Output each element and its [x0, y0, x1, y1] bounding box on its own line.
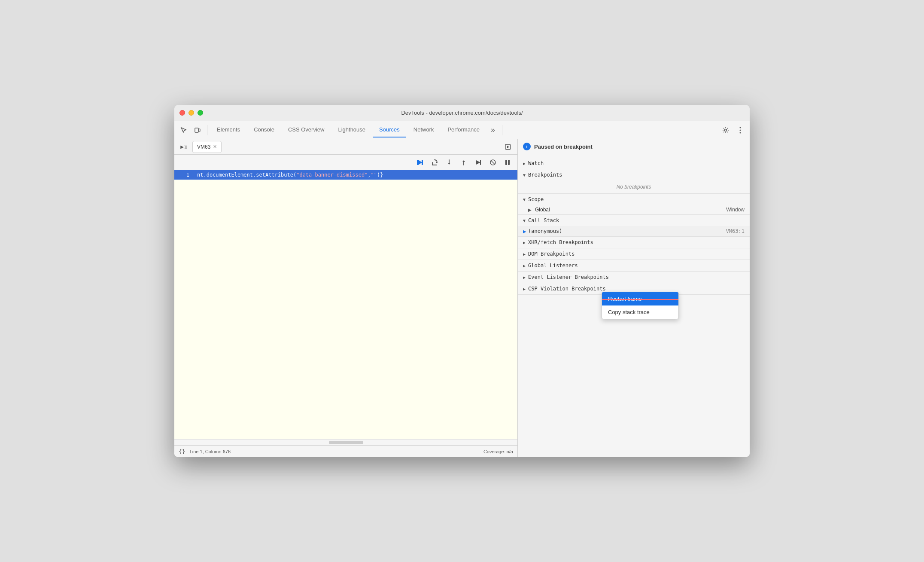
step-over-button[interactable] — [429, 157, 440, 168]
more-tabs-button[interactable]: » — [487, 123, 498, 137]
svg-rect-23 — [508, 160, 510, 165]
code-editor[interactable]: 1 nt.documentElement.setAttribute("data-… — [174, 170, 517, 439]
xhr-breakpoints-section: ▶ XHR/fetch Breakpoints — [518, 237, 750, 248]
breakpoints-triangle-icon: ▼ — [523, 173, 526, 177]
close-button[interactable] — [179, 110, 185, 116]
call-stack-label: Call Stack — [528, 217, 559, 223]
breakpoints-section: ▼ Breakpoints No breakpoints — [518, 169, 750, 194]
call-stack-triangle-icon: ▼ — [523, 218, 526, 223]
traffic-lights — [179, 110, 203, 116]
inspect-element-button[interactable] — [178, 124, 190, 136]
watch-header[interactable]: ▶ Watch — [518, 158, 750, 169]
play-snippets-button[interactable] — [502, 141, 514, 153]
scope-triangle-icon: ▼ — [523, 197, 526, 202]
context-menu: Restart frame Copy stack trace — [602, 292, 679, 319]
svg-rect-10 — [422, 160, 423, 165]
step-into-button[interactable] — [444, 157, 455, 168]
scope-header[interactable]: ▼ Scope — [518, 194, 750, 205]
xhr-breakpoints-header[interactable]: ▶ XHR/fetch Breakpoints — [518, 237, 750, 248]
title-bar: DevTools - developer.chrome.com/docs/dev… — [174, 105, 750, 121]
global-listeners-section: ▶ Global Listeners — [518, 260, 750, 272]
svg-rect-22 — [505, 160, 507, 165]
svg-point-4 — [740, 129, 741, 131]
vm63-tab[interactable]: VM63 ✕ — [192, 141, 222, 153]
horizontal-scrollbar[interactable] — [174, 439, 517, 445]
line-number-1: 1 — [174, 170, 194, 180]
svg-marker-8 — [418, 160, 422, 165]
watch-label: Watch — [528, 160, 544, 166]
dom-breakpoints-header[interactable]: ▶ DOM Breakpoints — [518, 248, 750, 260]
csp-breakpoints-label: CSP Violation Breakpoints — [528, 286, 606, 292]
tab-sources[interactable]: Sources — [373, 123, 406, 137]
resume-button[interactable] — [414, 157, 426, 168]
svg-marker-18 — [476, 160, 480, 165]
toolbar-right — [720, 124, 746, 136]
anonymous-frame[interactable]: ▶ (anonymous) VM63:1 — [518, 226, 750, 236]
tab-css-overview[interactable]: CSS Overview — [282, 123, 331, 137]
svg-point-5 — [740, 132, 741, 133]
tab-lighthouse[interactable]: Lighthouse — [332, 123, 371, 137]
main-area: ▶◫ VM63 ✕ — [174, 139, 750, 457]
event-breakpoints-header[interactable]: ▶ Event Listener Breakpoints — [518, 272, 750, 283]
code-line-1: 1 nt.documentElement.setAttribute("data-… — [174, 170, 517, 180]
paused-message: Paused on breakpoint — [534, 144, 593, 150]
svg-rect-0 — [195, 128, 198, 132]
device-toolbar-button[interactable] — [191, 124, 204, 136]
toolbar-separator-2 — [502, 125, 502, 135]
vm63-label: VM63 — [197, 144, 210, 150]
svg-line-21 — [491, 160, 495, 165]
devtools: Elements Console CSS Overview Lighthouse… — [174, 121, 750, 457]
svg-rect-9 — [417, 160, 418, 165]
breakpoints-header[interactable]: ▼ Breakpoints — [518, 169, 750, 180]
status-bar: {} Line 1, Column 676 Coverage: n/a — [174, 445, 517, 457]
xhr-triangle-icon: ▶ — [523, 240, 526, 245]
global-label: Global — [535, 207, 550, 213]
global-listeners-header[interactable]: ▶ Global Listeners — [518, 260, 750, 271]
coverage-status: Coverage: n/a — [483, 449, 513, 454]
global-listeners-label: Global Listeners — [528, 263, 578, 269]
info-icon: i — [523, 143, 531, 150]
tab-performance[interactable]: Performance — [441, 123, 485, 137]
svg-marker-17 — [462, 160, 465, 162]
xhr-breakpoints-label: XHR/fetch Breakpoints — [528, 239, 593, 245]
maximize-button[interactable] — [198, 110, 203, 116]
tab-console[interactable]: Console — [248, 123, 280, 137]
minimize-button[interactable] — [188, 110, 194, 116]
svg-point-2 — [725, 129, 727, 131]
deactivate-breakpoints-button[interactable] — [487, 157, 498, 168]
toolbar-separator-1 — [207, 125, 207, 135]
global-scope-item[interactable]: ▶ Global Window — [518, 205, 750, 214]
call-stack-header[interactable]: ▼ Call Stack — [518, 215, 750, 226]
tab-network[interactable]: Network — [407, 123, 440, 137]
navigator-toggle-button[interactable]: ▶◫ — [178, 141, 190, 153]
scope-label: Scope — [528, 196, 544, 202]
svg-rect-1 — [199, 129, 200, 131]
sources-panel: ▶◫ VM63 ✕ — [174, 139, 518, 457]
restart-frame-label: Restart frame — [608, 296, 642, 302]
window-title: DevTools - developer.chrome.com/docs/dev… — [401, 110, 523, 116]
line-col-status: Line 1, Column 676 — [190, 449, 231, 454]
svg-marker-15 — [448, 163, 450, 165]
settings-button[interactable] — [720, 124, 732, 136]
restart-frame-menu-item[interactable]: Restart frame — [602, 292, 678, 305]
global-value: Window — [726, 207, 745, 213]
no-breakpoints-text: No breakpoints — [518, 180, 750, 193]
tab-elements[interactable]: Elements — [211, 123, 246, 137]
debug-toolbar — [174, 155, 517, 170]
svg-point-3 — [740, 127, 741, 128]
svg-marker-7 — [507, 146, 509, 148]
active-frame-arrow-icon: ▶ — [523, 229, 526, 234]
pause-on-exceptions-button[interactable] — [502, 157, 513, 168]
vm63-close-button[interactable]: ✕ — [213, 144, 217, 150]
step-button[interactable] — [473, 157, 484, 168]
step-out-button[interactable] — [458, 157, 469, 168]
anonymous-label: (anonymous) — [528, 228, 562, 234]
pretty-print-button[interactable]: {} — [179, 448, 185, 455]
scroll-thumb[interactable] — [329, 441, 363, 444]
global-listeners-triangle-icon: ▶ — [523, 263, 526, 268]
customize-button[interactable] — [734, 124, 746, 136]
debugger-panel: i Paused on breakpoint ▶ Watch ▼ — [518, 139, 750, 457]
event-breakpoints-section: ▶ Event Listener Breakpoints — [518, 272, 750, 283]
copy-stack-trace-menu-item[interactable]: Copy stack trace — [602, 305, 678, 319]
call-stack-section: ▼ Call Stack ▶ (anonymous) VM63:1 — [518, 215, 750, 237]
